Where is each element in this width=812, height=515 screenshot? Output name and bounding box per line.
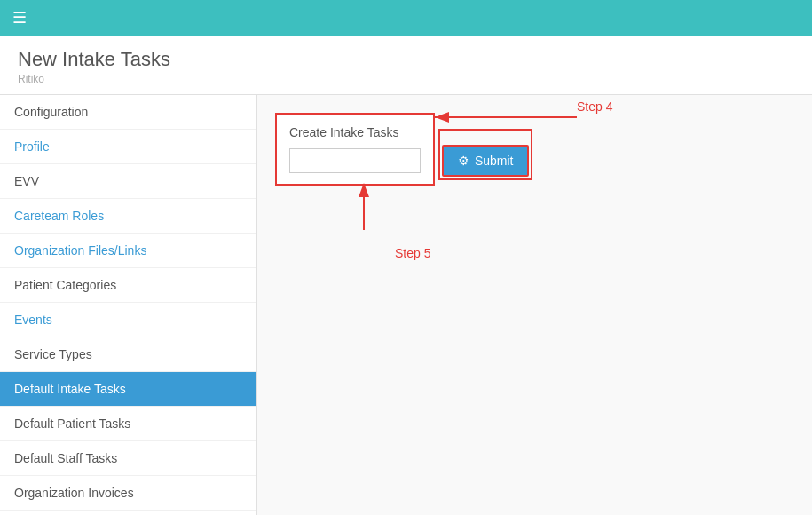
hamburger-icon[interactable]: ☰ xyxy=(12,8,27,28)
step5-arrow xyxy=(337,181,390,234)
submit-button[interactable]: ⚙ Submit xyxy=(442,145,530,177)
sidebar-item-organization-invoices[interactable]: Organization Invoices xyxy=(0,476,256,511)
submit-label: Submit xyxy=(475,154,514,168)
top-nav: ☰ xyxy=(0,0,812,36)
intake-tasks-input[interactable] xyxy=(289,148,421,173)
page-header: New Intake Tasks Ritiko xyxy=(0,36,812,95)
sidebar-item-evv[interactable]: EVV xyxy=(0,164,256,199)
sidebar-item-default-patient-tasks[interactable]: Default Patient Tasks xyxy=(0,407,256,441)
sidebar-item-default-intake-tasks[interactable]: Default Intake Tasks xyxy=(0,372,256,407)
sidebar-item-patient-categories[interactable]: Patient Categories xyxy=(0,268,256,303)
sidebar-item-events[interactable]: Events xyxy=(0,303,256,337)
sidebar-item-careteam-roles[interactable]: Careteam Roles xyxy=(0,199,256,234)
intake-tasks-box: Create Intake Tasks xyxy=(275,113,435,186)
sidebar-item-configuration[interactable]: Configuration xyxy=(0,95,256,130)
main-layout: Configuration Profile EVV Careteam Roles… xyxy=(0,95,812,515)
sidebar-item-organization-files[interactable]: Organization Files/Links xyxy=(0,234,256,268)
page-title: New Intake Tasks xyxy=(18,48,794,71)
step4-label: Step 4 xyxy=(577,99,612,114)
sidebar-item-default-staff-tasks[interactable]: Default Staff Tasks xyxy=(0,441,256,476)
page-subtitle: Ritiko xyxy=(18,73,794,85)
submit-button-wrapper: ⚙ Submit xyxy=(438,129,533,180)
sidebar-item-service-types[interactable]: Service Types xyxy=(0,337,256,372)
sidebar-item-profile[interactable]: Profile xyxy=(0,130,256,164)
step5-label: Step 5 xyxy=(395,246,430,260)
content-area: Step 4 Create Intake Tasks ⚙ Submit xyxy=(257,95,812,515)
intake-tasks-title: Create Intake Tasks xyxy=(289,125,421,139)
gear-icon: ⚙ xyxy=(458,154,469,168)
sidebar: Configuration Profile EVV Careteam Roles… xyxy=(0,95,257,515)
